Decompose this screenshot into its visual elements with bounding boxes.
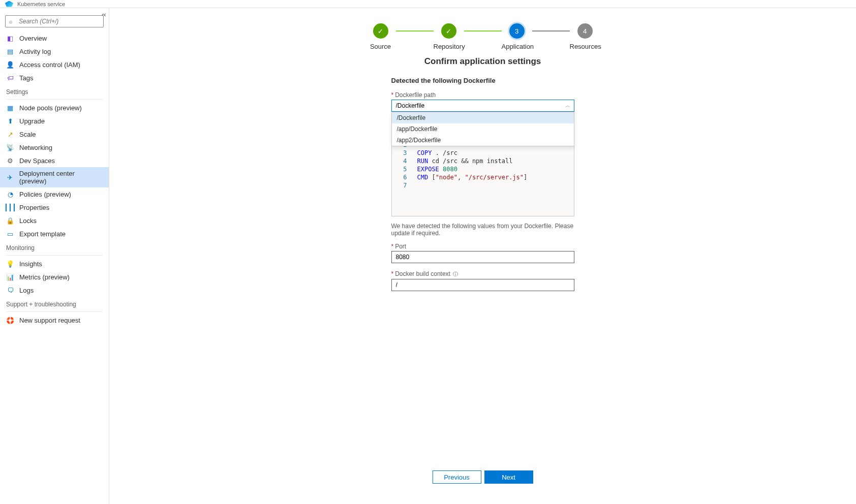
sidebar-item-overview[interactable]: ◧Overview [0,32,109,45]
code-line: 5EXPOSE 8080 [397,165,574,173]
policies-preview--icon: ◔ [6,190,14,198]
step-resources[interactable]: 4Resources [570,23,600,50]
sidebar-item-locks[interactable]: 🔒Locks [0,214,109,227]
code-line: 6CMD ["node", "/src/server.js"] [397,173,574,181]
locks-icon: 🔒 [6,216,14,225]
code-line: 7 [397,181,574,190]
sidebar-item-tags[interactable]: 🏷Tags [0,71,109,84]
step-application[interactable]: 3Application [502,23,532,50]
sidebar-item-label: Insights [19,260,42,268]
sidebar-item-label: New support request [19,317,80,324]
service-type-label: Kubernetes service [17,1,65,7]
export-template-icon: ▭ [6,230,14,238]
sidebar-item-logs[interactable]: 🗨Logs [0,284,109,297]
sidebar-item-label: Properties [19,204,49,211]
metrics-preview--icon: 📊 [6,273,14,281]
sidebar-item-label: Node pools (preview) [19,104,82,112]
sidebar-item-label: Upgrade [19,117,45,125]
info-icon[interactable]: ⓘ [453,271,458,277]
step-label: Source [365,43,396,50]
sidebar-item-label: Metrics (preview) [19,273,70,281]
kubernetes-icon [5,1,13,7]
step-number: 4 [577,23,593,39]
step-label: Resources [570,43,600,50]
sidebar-item-label: Networking [19,144,52,151]
step-repository[interactable]: ✓Repository [434,23,464,50]
dockerfile-dropdown: /Dockerfile/app/Dockerfile/app2/Dockerfi… [391,112,574,146]
search-icon: ⌕ [9,18,13,24]
code-line: 4RUN cd /src && npm install [397,157,574,165]
dropdown-option[interactable]: /app2/Dockerfile [392,135,574,146]
dockerfile-heading: Detected the following Dockerfile [391,77,574,84]
main-panel: ✓Source✓Repository3Application4Resources… [109,8,856,504]
sidebar-item-label: Access control (IAM) [19,61,80,69]
step-number: 3 [509,23,525,39]
sidebar-section-support-troubleshooting: Support + troubleshooting [0,297,109,310]
dev-spaces-icon: ⚙ [6,156,14,165]
networking-icon: 📡 [6,143,14,151]
sidebar-item-upgrade[interactable]: ⬆Upgrade [0,114,109,128]
step-connector [464,30,502,32]
tags-icon: 🏷 [6,74,14,82]
step-connector [396,30,434,32]
insights-icon: 💡 [6,260,14,268]
chevron-up-icon[interactable]: ︿ [565,102,570,109]
sidebar-item-metrics-preview-[interactable]: 📊Metrics (preview) [0,270,109,284]
sidebar-item-label: Export template [19,230,66,238]
port-input[interactable] [391,251,574,263]
dockerfile-path-input[interactable] [391,100,574,112]
sidebar-item-label: Policies (preview) [19,191,71,198]
step-connector [532,30,570,32]
sidebar-item-new-support-request[interactable]: 🛟New support request [0,313,109,327]
scale-icon: ↗ [6,130,14,138]
activity-log-icon: ▤ [6,47,14,55]
build-context-label: *Docker build context ⓘ [391,270,574,278]
sidebar-item-properties[interactable]: ┃┃┃Properties [0,201,109,214]
dropdown-option[interactable]: /Dockerfile [392,112,574,123]
step-source[interactable]: ✓Source [365,23,396,50]
properties-icon: ┃┃┃ [6,203,14,211]
sidebar-item-label: Overview [19,35,47,42]
sidebar-item-policies-preview-[interactable]: ◔Policies (preview) [0,187,109,201]
sidebar-item-node-pools-preview-[interactable]: ▦Node pools (preview) [0,101,109,114]
sidebar-item-scale[interactable]: ↗Scale [0,128,109,141]
wizard-stepper: ✓Source✓Repository3Application4Resources [109,23,856,50]
next-button[interactable]: Next [484,470,533,484]
build-context-input[interactable] [391,279,574,291]
search-input[interactable] [5,15,104,27]
check-icon: ✓ [441,23,456,39]
sidebar-item-export-template[interactable]: ▭Export template [0,227,109,240]
port-label: *Port [391,243,574,250]
sidebar-item-label: Scale [19,131,36,138]
sidebar-section-settings: Settings [0,84,109,98]
logs-icon: 🗨 [6,286,14,294]
previous-button[interactable]: Previous [433,470,481,484]
sidebar-item-label: Activity log [19,48,51,55]
sidebar-item-label: Locks [19,217,37,225]
sidebar-item-activity-log[interactable]: ▤Activity log [0,45,109,58]
dockerfile-path-label: *Dockerfile path [391,91,574,99]
dockerfile-path-combo[interactable]: ︿ /Dockerfile/app/Dockerfile/app2/Docker… [391,100,574,112]
sidebar-item-dev-spaces[interactable]: ⚙Dev Spaces [0,154,109,167]
sidebar-item-label: Tags [19,74,33,82]
check-icon: ✓ [373,23,388,39]
dropdown-option[interactable]: /app/Dockerfile [392,123,574,135]
sidebar-item-networking[interactable]: 📡Networking [0,141,109,154]
step-label: Repository [434,43,464,50]
sidebar-item-label: Dev Spaces [19,157,55,165]
code-line: 3COPY . /src [397,149,574,157]
sidebar: « ⌕ ◧Overview▤Activity log👤Access contro… [0,8,109,504]
sidebar-item-label: Logs [19,287,34,294]
sidebar-item-deployment-center-preview-[interactable]: ✈Deployment center (preview) [0,167,109,187]
deployment-center-preview--icon: ✈ [6,173,14,181]
sidebar-item-label: Deployment center (preview) [19,170,103,185]
upgrade-icon: ⬆ [6,117,14,125]
new-support-request-icon: 🛟 [6,316,14,324]
access-control-iam--icon: 👤 [6,60,14,69]
sidebar-item-access-control-iam-[interactable]: 👤Access control (IAM) [0,58,109,71]
detection-hint: We have detected the following values fr… [391,223,574,237]
sidebar-item-insights[interactable]: 💡Insights [0,257,109,270]
step-label: Application [502,43,532,50]
sidebar-section-monitoring: Monitoring [0,240,109,254]
node-pools-preview--icon: ▦ [6,104,14,112]
